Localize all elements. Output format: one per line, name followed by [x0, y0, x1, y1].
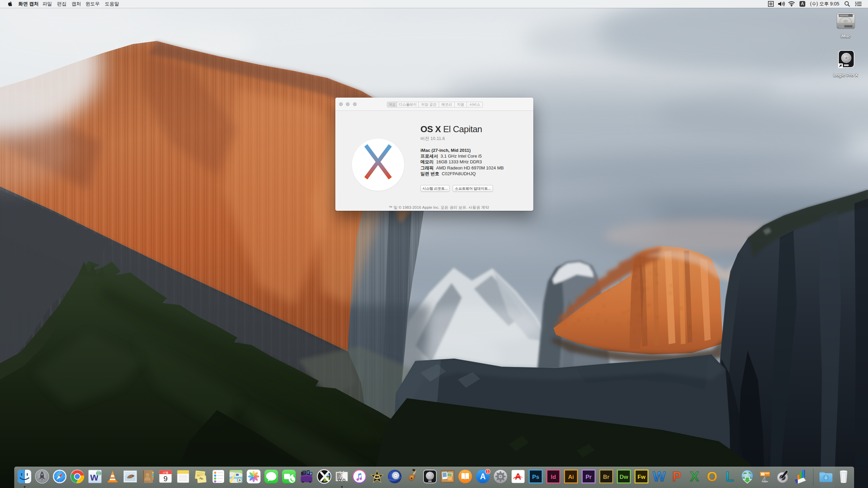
svg-text:Dw: Dw: [619, 474, 628, 480]
svg-text:Br: Br: [603, 474, 610, 480]
svg-text:Id: Id: [551, 474, 556, 480]
svg-text:1: 1: [487, 470, 489, 473]
svg-text:9: 9: [163, 474, 167, 483]
svg-text:P: P: [672, 469, 682, 484]
svg-text:Pr: Pr: [586, 474, 592, 480]
svg-text:L: L: [726, 469, 734, 484]
svg-text:12월: 12월: [163, 471, 169, 474]
svg-text:Ps: Ps: [532, 474, 539, 480]
svg-text:Ai: Ai: [568, 474, 574, 480]
svg-text:X: X: [690, 469, 699, 484]
svg-text:A: A: [480, 472, 486, 481]
svg-text:Fw: Fw: [637, 474, 646, 480]
svg-text:O: O: [707, 469, 717, 484]
svg-text:W: W: [653, 469, 666, 484]
